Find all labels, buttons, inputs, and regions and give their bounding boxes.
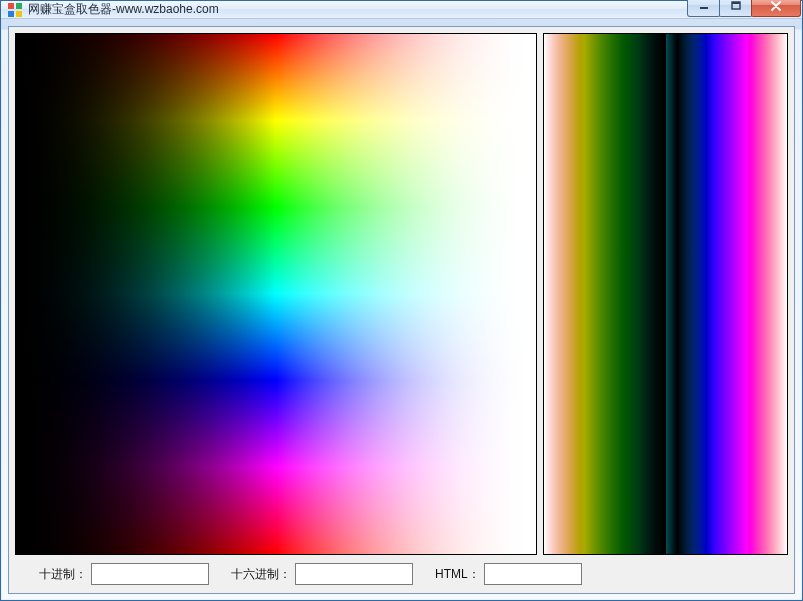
- html-input[interactable]: [484, 563, 582, 585]
- maximize-icon: [731, 1, 741, 11]
- html-label: HTML：: [435, 566, 480, 583]
- color-field-secondary[interactable]: [543, 33, 788, 555]
- titlebar[interactable]: 网赚宝盒取色器-www.wzbaohe.com: [1, 1, 802, 19]
- decimal-label: 十进制：: [39, 566, 87, 583]
- hex-label: 十六进制：: [231, 566, 291, 583]
- svg-rect-2: [8, 11, 14, 17]
- minimize-icon: [699, 1, 709, 11]
- readout-bar: 十进制： 十六进制： HTML：: [15, 555, 788, 593]
- minimize-button[interactable]: [687, 0, 720, 17]
- close-icon: [770, 1, 782, 11]
- app-icon: [7, 2, 23, 18]
- window-controls: [688, 0, 801, 16]
- palette-row: [15, 33, 788, 555]
- hex-input[interactable]: [295, 563, 413, 585]
- svg-rect-3: [16, 11, 22, 17]
- window-title: 网赚宝盒取色器-www.wzbaohe.com: [28, 1, 219, 18]
- client-area: 十进制： 十六进制： HTML：: [8, 26, 795, 594]
- hsv-gradient-main: [16, 34, 536, 554]
- svg-rect-1: [16, 3, 22, 9]
- decimal-input[interactable]: [91, 563, 209, 585]
- svg-rect-4: [700, 7, 708, 9]
- maximize-button[interactable]: [719, 0, 752, 17]
- app-window: 网赚宝盒取色器-www.wzbaohe.com 十进: [0, 0, 803, 601]
- color-field-main[interactable]: [15, 33, 537, 555]
- hsv-gradient-secondary: [544, 34, 787, 554]
- svg-rect-0: [8, 3, 14, 9]
- close-button[interactable]: [751, 0, 801, 17]
- svg-rect-6: [732, 2, 740, 4]
